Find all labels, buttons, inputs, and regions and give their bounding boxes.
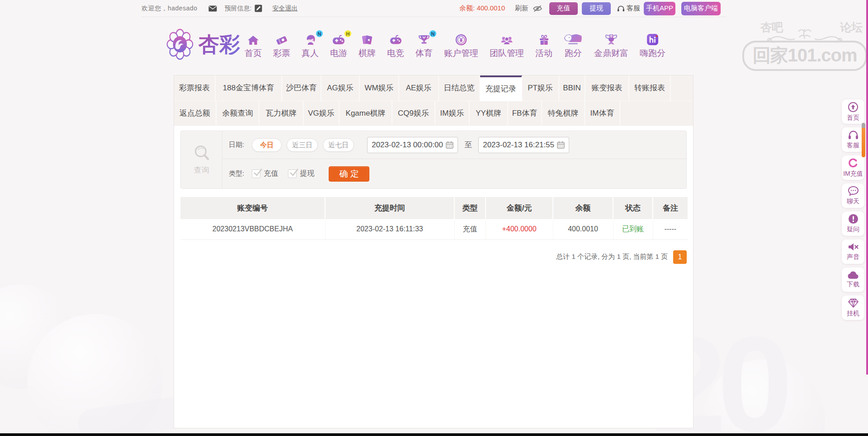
pc-client-button[interactable]: 电脑客户端 — [681, 2, 721, 15]
tab-ae[interactable]: AE娱乐 — [399, 75, 439, 101]
quick-range-today[interactable]: 今日 — [252, 138, 282, 152]
customer-service-link[interactable]: 客服 — [617, 4, 640, 13]
tab-account-change-report[interactable]: 账变报表 — [585, 75, 629, 101]
logo-flower-icon — [166, 28, 193, 60]
nav-item-cards[interactable]: 棋牌 — [359, 33, 376, 59]
gift-icon — [538, 34, 550, 46]
lottery-ticket-icon — [275, 34, 288, 46]
page-edge-strip — [866, 0, 868, 375]
cell-balance: 400.0010 — [553, 219, 613, 239]
tab-pt[interactable]: PT娱乐 — [522, 75, 559, 101]
refresh-link[interactable]: 刷新 — [515, 4, 528, 13]
sidebar-item-sound[interactable]: 声音 — [842, 239, 864, 264]
withdraw-button[interactable]: 提现 — [582, 2, 611, 15]
withdraw-checkbox-label[interactable]: 提现 — [300, 169, 314, 178]
nav-item-sports[interactable]: N 体育 — [415, 33, 433, 59]
nav-item-account[interactable]: 账户管理 — [444, 33, 478, 59]
sports-trophy-icon — [418, 34, 430, 46]
eye-off-icon[interactable] — [533, 5, 542, 12]
tab-vg[interactable]: VG娱乐 — [304, 101, 340, 125]
tab-lottery-report[interactable]: 彩票报表 — [174, 75, 216, 101]
col-header-amount: 金额/元 — [486, 197, 553, 219]
tab-wali-cards[interactable]: 瓦力棋牌 — [259, 101, 304, 125]
mobile-app-button[interactable]: 手机APP — [644, 2, 675, 15]
tab-ag[interactable]: AG娱乐 — [321, 75, 360, 101]
welcome-text: 欢迎您，hadesado — [142, 5, 198, 13]
tab-im-sports[interactable]: IM体育 — [585, 101, 620, 125]
sidebar-item-home[interactable]: 首页 — [842, 99, 864, 124]
sidebar-item-im-recharge[interactable]: IM充值 — [842, 155, 864, 180]
tab-tetu-cards[interactable]: 特兔棋牌 — [542, 101, 585, 125]
balance-text: 余额: 400.0010 — [459, 4, 505, 13]
tab-transfer-report[interactable]: 转账报表 — [629, 75, 671, 101]
tab-rebate-total[interactable]: 返点总额 — [174, 101, 217, 125]
nav-item-home[interactable]: 首页 — [245, 33, 262, 59]
nav-item-paofen[interactable]: 跑分 — [564, 33, 583, 59]
sidebar-item-service[interactable]: 客服 — [842, 127, 864, 152]
tab-cq9[interactable]: CQ9娱乐 — [392, 101, 435, 125]
query-section: 查询 — [181, 131, 222, 188]
recharge-checkbox-label[interactable]: 充值 — [264, 169, 278, 178]
tab-daily-summary[interactable]: 日结总览 — [439, 75, 480, 101]
rhino-icon — [564, 33, 583, 46]
sidebar-item-download[interactable]: 下载 — [842, 267, 864, 292]
badge-h: H — [344, 30, 351, 37]
quick-range-7days[interactable]: 近七日 — [323, 138, 354, 152]
sidebar-item-question[interactable]: 疑问 — [842, 211, 864, 236]
query-label: 查询 — [194, 165, 209, 175]
col-header-change-id: 账变编号 — [180, 197, 325, 219]
tab-188-sports[interactable]: 188金宝博体育 — [216, 75, 282, 101]
scrollbar-thumb[interactable] — [862, 123, 865, 157]
hi-app-icon — [646, 33, 659, 46]
nav-item-egame[interactable]: H 电游 — [330, 33, 347, 59]
table-row: 20230213VBBDCBEJHA 2023-02-13 16:11:33 充… — [180, 219, 688, 239]
tab-bbin[interactable]: BBIN — [559, 75, 585, 101]
mail-icon[interactable] — [208, 5, 217, 12]
nav-item-live[interactable]: N 真人 — [302, 33, 319, 59]
tab-fb-sports[interactable]: FB体育 — [508, 101, 542, 125]
tab-shaba-sports[interactable]: 沙巴体育 — [282, 75, 321, 101]
tab-balance-query[interactable]: 余额查询 — [217, 101, 259, 125]
report-tabs: 彩票报表 188金宝博体育 沙巴体育 AG娱乐 WM娱乐 AE娱乐 日结总览 充… — [174, 75, 693, 126]
sidebar-item-chat[interactable]: 聊天 — [842, 183, 864, 208]
col-header-type: 类型 — [454, 197, 486, 219]
tab-yy-cards[interactable]: YY棋牌 — [470, 101, 508, 125]
check-mark — [253, 168, 262, 177]
tab-recharge-withdraw-records[interactable]: 充提记录 — [480, 75, 522, 101]
nav-item-lottery[interactable]: 彩票 — [273, 33, 290, 59]
pagination: 总计 1 个记录, 分为 1 页, 当前第 1 页 1 — [180, 250, 687, 264]
diamond-icon — [848, 298, 859, 308]
nav-item-hi-paofen[interactable]: 嗨跑分 — [640, 33, 665, 59]
date-from-input[interactable]: 2023-02-13 00:00:00 — [367, 137, 458, 153]
sidebar-item-idle[interactable]: 挂机 — [842, 295, 864, 320]
nav-item-team[interactable]: 团队管理 — [490, 33, 524, 59]
confirm-button[interactable]: 确 定 — [329, 166, 369, 182]
cell-type: 充值 — [454, 219, 486, 239]
headset-icon — [848, 130, 859, 140]
tab-im-entertainment[interactable]: IM娱乐 — [435, 101, 470, 125]
logout-link[interactable]: 安全退出 — [272, 5, 297, 13]
top-bar: 欢迎您，hadesado 预留信息: 安全退出 余额: 400.0010 刷新 … — [0, 0, 868, 17]
main-panel: 彩票报表 188金宝博体育 沙巴体育 AG娱乐 WM娱乐 AE娱乐 日结总览 充… — [174, 75, 693, 428]
team-icon — [500, 35, 514, 46]
nav-item-wealth[interactable]: 金鼎财富 — [594, 33, 628, 59]
brand-name: 杏彩 — [198, 34, 240, 55]
tab-kgame[interactable]: Kgame棋牌 — [340, 101, 392, 125]
tab-row-filler — [671, 75, 693, 101]
quick-range-3days[interactable]: 近三日 — [287, 138, 318, 152]
tab-wm[interactable]: WM娱乐 — [360, 75, 399, 101]
edit-message-icon[interactable] — [255, 5, 262, 12]
site-logo[interactable]: 杏彩 — [166, 28, 240, 60]
cell-remark: ----- — [653, 219, 688, 239]
account-coin-icon — [455, 34, 467, 46]
live-dealer-icon — [303, 33, 317, 46]
check-mark — [289, 168, 298, 177]
recharge-checkbox[interactable] — [252, 169, 260, 178]
recharge-button[interactable]: 充值 — [549, 2, 578, 15]
watermark-site-text: 回家101.com — [752, 45, 857, 65]
page-number-button[interactable]: 1 — [673, 250, 687, 264]
date-to-input[interactable]: 2023-02-13 16:21:55 — [478, 137, 569, 153]
nav-item-esports[interactable]: 电竞 — [387, 33, 404, 59]
withdraw-checkbox[interactable] — [288, 169, 297, 178]
nav-item-activity[interactable]: 活动 — [535, 33, 552, 59]
